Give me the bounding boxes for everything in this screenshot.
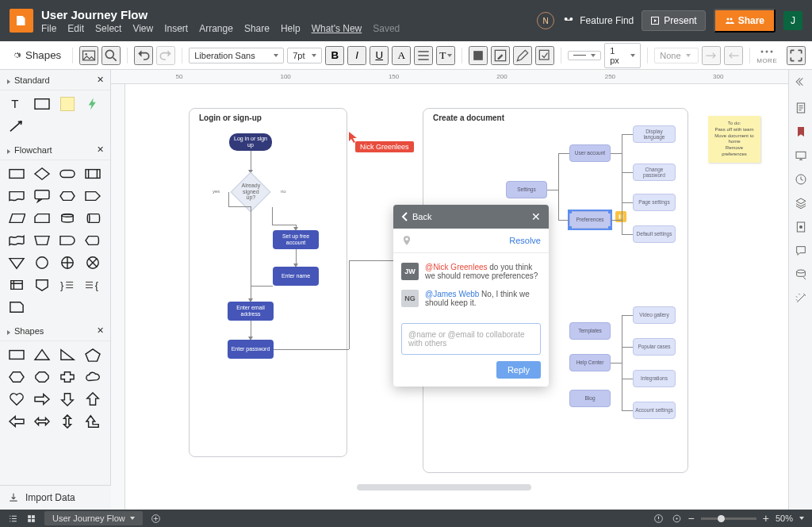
- font-size-select[interactable]: 7pt: [287, 48, 322, 63]
- shape-database[interactable]: [57, 210, 78, 227]
- menu-select[interactable]: Select: [95, 23, 121, 34]
- shape-arrow-l[interactable]: [6, 413, 27, 430]
- list-view-icon[interactable]: [8, 514, 18, 524]
- bookmark-icon[interactable]: [795, 125, 807, 138]
- menu-whats-new[interactable]: What's New: [312, 23, 362, 34]
- node-password[interactable]: Enter password: [228, 340, 274, 359]
- node-help-center[interactable]: Help Center: [569, 354, 611, 371]
- collapse-icon[interactable]: [795, 76, 806, 87]
- shape-decision[interactable]: [32, 165, 52, 183]
- collaborator-avatar[interactable]: N: [537, 12, 554, 29]
- warning-icon[interactable]: [653, 514, 664, 524]
- shape-display[interactable]: [82, 232, 103, 249]
- shape-brace-open[interactable]: {: [82, 276, 103, 294]
- shape-callout[interactable]: [32, 187, 52, 205]
- zoom-out-button[interactable]: −: [688, 512, 695, 525]
- sticky-shape[interactable]: [57, 95, 78, 113]
- sticky-note[interactable]: To do: Pass off with team Move document …: [708, 116, 760, 163]
- node-display-lang[interactable]: Display language: [633, 125, 676, 143]
- layers-icon[interactable]: [795, 197, 807, 210]
- underline-button[interactable]: U: [370, 46, 389, 65]
- shape-cross[interactable]: [57, 368, 78, 386]
- shape-document[interactable]: [6, 187, 27, 205]
- font-select[interactable]: Liberation Sans: [189, 48, 284, 63]
- close-icon[interactable]: ✕: [531, 210, 541, 223]
- shape-arrow-d[interactable]: [57, 390, 78, 408]
- zoom-level[interactable]: 50%: [776, 514, 793, 523]
- zoom-fit-icon[interactable]: [672, 514, 682, 524]
- location-icon[interactable]: [401, 235, 412, 246]
- shape-rect2[interactable]: [6, 346, 27, 364]
- node-login[interactable]: Log in or sign up: [229, 133, 272, 151]
- shapes-button[interactable]: Shapes: [6, 46, 66, 64]
- user-avatar[interactable]: J: [783, 11, 802, 30]
- document-title[interactable]: User Journey Flow: [41, 8, 537, 21]
- shape-arrow-r[interactable]: [32, 390, 52, 408]
- fill-button[interactable]: [469, 46, 488, 65]
- master-icon[interactable]: [795, 221, 807, 233]
- shape-hexagon2[interactable]: [6, 368, 27, 386]
- share-button[interactable]: Share: [714, 9, 776, 33]
- shape-hexagon[interactable]: [57, 187, 78, 205]
- arrow-right-select[interactable]: [724, 46, 743, 65]
- resolve-button[interactable]: Resolve: [509, 236, 541, 245]
- shape-card[interactable]: [32, 210, 52, 227]
- shape-offpage[interactable]: [32, 276, 52, 294]
- node-blog[interactable]: Blog: [569, 390, 611, 407]
- node-preferences[interactable]: Preferences: [569, 211, 611, 229]
- node-integrations[interactable]: Integrations: [633, 370, 676, 387]
- bold-button[interactable]: B: [325, 46, 344, 65]
- shape-or[interactable]: [82, 254, 103, 271]
- present-button[interactable]: Present: [642, 10, 705, 31]
- fullscreen-button[interactable]: [787, 46, 806, 65]
- shape-heart[interactable]: [6, 390, 27, 408]
- shape-triangle[interactable]: [32, 346, 52, 364]
- reply-button[interactable]: Reply: [496, 361, 541, 379]
- menu-edit[interactable]: Edit: [67, 23, 84, 34]
- node-popular[interactable]: Popular cases: [633, 338, 676, 356]
- data-icon[interactable]: [795, 268, 807, 281]
- node-templates[interactable]: Templates: [569, 322, 611, 340]
- close-icon[interactable]: ✕: [97, 325, 104, 336]
- page-icon[interactable]: [795, 102, 807, 114]
- node-page-settings[interactable]: Page settings: [633, 194, 676, 211]
- zoom-slider[interactable]: [701, 517, 756, 520]
- shape-right-tri[interactable]: [57, 346, 78, 364]
- shape-brace-close[interactable]: }: [57, 276, 78, 294]
- shape-pentagon-r[interactable]: [82, 187, 103, 205]
- menu-file[interactable]: File: [41, 23, 56, 34]
- grid-view-icon[interactable]: [26, 514, 36, 524]
- redo-button[interactable]: [156, 46, 175, 65]
- align-button[interactable]: [414, 46, 433, 65]
- menu-view[interactable]: View: [132, 23, 153, 34]
- page-tab[interactable]: User Journey Flow: [44, 511, 143, 525]
- comment-input[interactable]: @name or @email to collaborate with othe…: [401, 323, 541, 355]
- panel-shapes[interactable]: Shapes ✕: [0, 321, 110, 341]
- shape-data[interactable]: [6, 210, 27, 227]
- zoom-in-button[interactable]: +: [763, 512, 769, 525]
- shape-disk[interactable]: [82, 210, 103, 227]
- panel-flowchart[interactable]: Flowchart ✕: [0, 140, 110, 160]
- node-settings[interactable]: Settings: [506, 181, 547, 198]
- text-options-button[interactable]: T: [436, 46, 455, 65]
- menu-insert[interactable]: Insert: [164, 23, 188, 34]
- text-color-button[interactable]: A: [392, 46, 411, 65]
- line-width-select[interactable]: 1 px: [604, 43, 641, 68]
- shape-octagon[interactable]: [32, 368, 52, 386]
- line-color-button[interactable]: [513, 46, 532, 65]
- presentation-icon[interactable]: [795, 149, 807, 162]
- shape-note[interactable]: [6, 298, 27, 316]
- shape-sum[interactable]: [57, 254, 78, 271]
- undo-button[interactable]: [134, 46, 153, 65]
- shape-merge[interactable]: [6, 254, 27, 271]
- shape-internal[interactable]: [6, 276, 27, 294]
- panel-standard[interactable]: Standard ✕: [0, 70, 110, 90]
- feature-find-button[interactable]: Feature Find: [562, 14, 634, 27]
- shape-pentagon[interactable]: [82, 346, 103, 364]
- shape-connector[interactable]: [32, 254, 52, 271]
- menu-arrange[interactable]: Arrange: [199, 23, 233, 34]
- shape-arrow-lr[interactable]: [32, 413, 52, 430]
- node-email[interactable]: Enter email address: [228, 302, 274, 321]
- node-change-pw[interactable]: Change password: [633, 163, 676, 181]
- arrow-left-select[interactable]: [702, 46, 721, 65]
